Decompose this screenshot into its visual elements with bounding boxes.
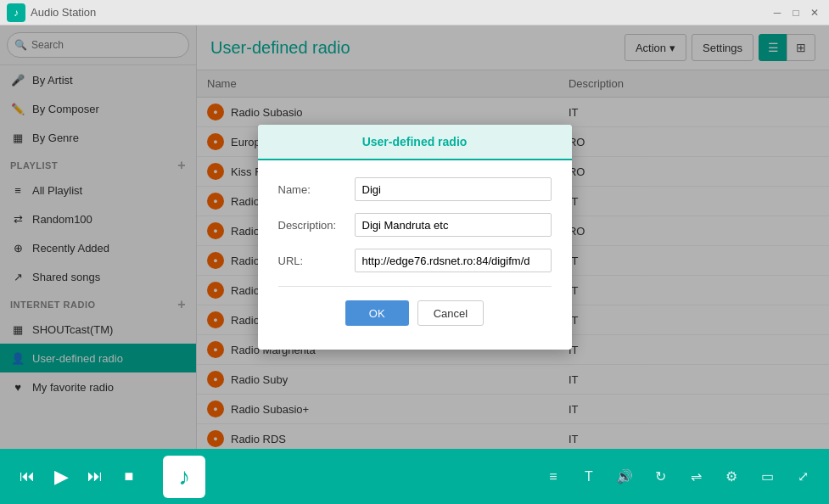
player-right-controls: ≡ T 🔊 ↻ ⇌ ⚙ ▭ ⤢ <box>541 464 815 490</box>
modal-description-field: Description: <box>278 213 552 237</box>
volume-button[interactable]: 🔊 <box>612 464 637 490</box>
modal-divider <box>278 286 552 287</box>
app-title: Audio Station <box>31 6 96 19</box>
ok-button[interactable]: OK <box>345 300 409 326</box>
play-button[interactable]: ▶ <box>48 463 75 490</box>
modal-url-field: URL: <box>278 249 552 272</box>
titlebar: ♪ Audio Station ─ □ ✕ <box>0 0 829 25</box>
repeat-button[interactable]: ↻ <box>647 464 673 490</box>
close-button[interactable]: ✕ <box>807 5 822 20</box>
app-logo: ♪ <box>7 3 25 22</box>
stop-button[interactable]: ■ <box>115 463 143 490</box>
music-note-icon: ♪ <box>178 463 190 490</box>
url-label: URL: <box>278 255 355 267</box>
airplay-button[interactable]: ▭ <box>754 464 780 490</box>
next-button[interactable]: ⏭ <box>81 463 109 490</box>
queue-button[interactable]: ≡ <box>541 464 566 490</box>
shuffle-button[interactable]: ⇌ <box>683 464 709 490</box>
url-input[interactable] <box>355 249 552 272</box>
fullscreen-button[interactable]: ⤢ <box>790 464 815 490</box>
modal-overlay: User-defined radio Name: Description: UR… <box>0 25 829 449</box>
name-label: Name: <box>278 183 355 196</box>
album-art: ♪ <box>163 456 205 498</box>
player-controls: ⏮ ▶ ⏭ ■ <box>14 463 143 490</box>
titlebar-controls: ─ □ ✕ <box>770 5 822 20</box>
user-defined-radio-modal: User-defined radio Name: Description: UR… <box>258 125 572 350</box>
player-bar: ⏮ ▶ ⏭ ■ ♪ ≡ T 🔊 ↻ ⇌ ⚙ ▭ ⤢ <box>0 449 829 504</box>
description-label: Description: <box>278 219 355 232</box>
name-input[interactable] <box>355 177 552 201</box>
prev-button[interactable]: ⏮ <box>14 463 41 490</box>
modal-name-field: Name: <box>278 177 552 201</box>
minimize-button[interactable]: ─ <box>770 5 785 20</box>
modal-title: User-defined radio <box>258 125 572 160</box>
maximize-button[interactable]: □ <box>788 5 804 20</box>
equalizer-button[interactable]: ⚙ <box>719 464 744 490</box>
description-input[interactable] <box>355 213 552 237</box>
modal-footer: OK Cancel <box>278 300 552 333</box>
titlebar-left: ♪ Audio Station <box>7 3 96 22</box>
modal-body: Name: Description: URL: OK Cancel <box>258 160 572 350</box>
lyrics-button[interactable]: T <box>576 464 602 490</box>
cancel-button[interactable]: Cancel <box>417 300 484 326</box>
